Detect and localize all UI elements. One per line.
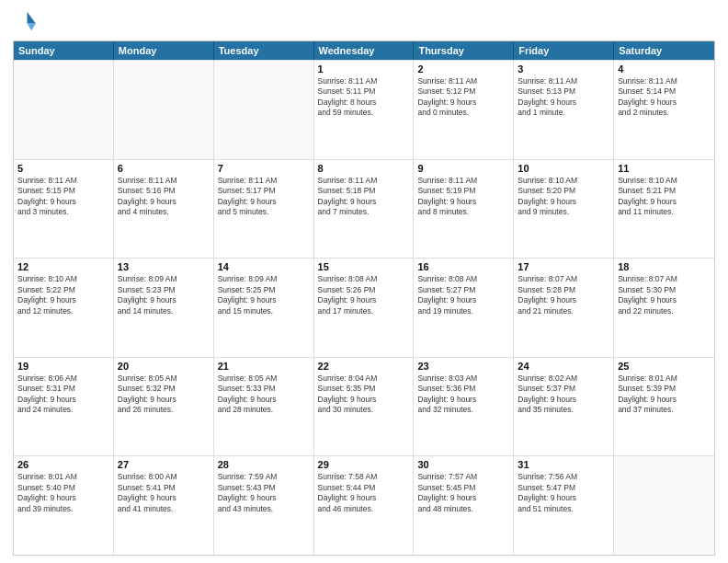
cell-text: Daylight: 9 hours xyxy=(218,395,310,405)
cell-text: Sunrise: 8:11 AM xyxy=(218,176,310,186)
calendar-row-3: 19Sunrise: 8:06 AMSunset: 5:31 PMDayligh… xyxy=(14,357,714,456)
day-number: 9 xyxy=(417,163,509,174)
cell-text: Daylight: 9 hours xyxy=(518,98,609,108)
cell-text: Sunset: 5:43 PM xyxy=(218,483,310,493)
cell-text: Daylight: 9 hours xyxy=(417,295,509,305)
cell-text: Sunrise: 8:09 AM xyxy=(118,274,210,284)
calendar-cell-r2-c0: 12Sunrise: 8:10 AMSunset: 5:22 PMDayligh… xyxy=(14,259,114,357)
calendar-cell-r0-c1 xyxy=(114,61,214,159)
cell-text: and 51 minutes. xyxy=(518,504,609,514)
day-number: 15 xyxy=(318,261,410,272)
cell-text: Daylight: 9 hours xyxy=(417,197,509,207)
cell-text: Sunrise: 8:11 AM xyxy=(518,76,609,86)
day-number: 4 xyxy=(618,63,711,75)
calendar-body: 1Sunrise: 8:11 AMSunset: 5:11 PMDaylight… xyxy=(14,60,714,555)
cell-text: Sunrise: 8:08 AM xyxy=(417,274,509,284)
day-number: 30 xyxy=(417,459,509,470)
cell-text: Sunrise: 8:08 AM xyxy=(318,274,410,284)
header xyxy=(13,9,715,35)
cell-text: Sunset: 5:20 PM xyxy=(518,186,609,196)
calendar-cell-r4-c4: 30Sunrise: 7:57 AMSunset: 5:45 PMDayligh… xyxy=(414,456,514,555)
calendar-cell-r4-c3: 29Sunrise: 7:58 AMSunset: 5:44 PMDayligh… xyxy=(314,456,415,555)
day-number: 26 xyxy=(17,459,109,470)
calendar-cell-r2-c2: 14Sunrise: 8:09 AMSunset: 5:25 PMDayligh… xyxy=(214,259,314,357)
cell-text: Daylight: 9 hours xyxy=(518,493,609,503)
cell-text: Sunset: 5:26 PM xyxy=(318,285,410,295)
cell-text: Sunrise: 8:11 AM xyxy=(417,76,509,86)
calendar-cell-r1-c4: 9Sunrise: 8:11 AMSunset: 5:19 PMDaylight… xyxy=(414,160,514,259)
header-cell-thursday: Thursday xyxy=(414,41,514,60)
cell-text: and 11 minutes. xyxy=(618,207,711,217)
day-number: 23 xyxy=(417,361,509,372)
cell-text: and 3 minutes. xyxy=(17,207,109,217)
header-cell-friday: Friday xyxy=(514,41,614,60)
calendar-row-4: 26Sunrise: 8:01 AMSunset: 5:40 PMDayligh… xyxy=(14,455,714,555)
header-cell-monday: Monday xyxy=(114,41,214,60)
cell-text: Sunset: 5:22 PM xyxy=(17,285,109,295)
cell-text: and 46 minutes. xyxy=(318,504,410,514)
day-number: 1 xyxy=(318,63,410,75)
cell-text: Sunset: 5:39 PM xyxy=(618,384,711,394)
cell-text: Sunrise: 8:11 AM xyxy=(17,176,109,186)
cell-text: Sunrise: 8:11 AM xyxy=(318,76,410,86)
cell-text: Daylight: 9 hours xyxy=(417,395,509,405)
day-number: 19 xyxy=(17,361,109,372)
day-number: 13 xyxy=(118,261,210,272)
header-cell-wednesday: Wednesday xyxy=(314,41,415,60)
cell-text: and 19 minutes. xyxy=(417,306,509,316)
cell-text: Daylight: 9 hours xyxy=(118,493,210,503)
cell-text: Sunrise: 8:05 AM xyxy=(118,373,210,384)
calendar-cell-r1-c1: 6Sunrise: 8:11 AMSunset: 5:16 PMDaylight… xyxy=(114,160,214,259)
day-number: 17 xyxy=(518,261,609,272)
day-number: 24 xyxy=(518,361,609,372)
calendar-cell-r4-c5: 31Sunrise: 7:56 AMSunset: 5:47 PMDayligh… xyxy=(514,456,614,555)
cell-text: Sunset: 5:31 PM xyxy=(17,384,109,394)
cell-text: Sunrise: 8:10 AM xyxy=(518,176,609,186)
cell-text: and 39 minutes. xyxy=(17,504,109,514)
calendar-cell-r1-c5: 10Sunrise: 8:10 AMSunset: 5:20 PMDayligh… xyxy=(514,160,614,259)
cell-text: Daylight: 9 hours xyxy=(17,395,109,405)
calendar-cell-r0-c2 xyxy=(214,61,314,159)
cell-text: and 12 minutes. xyxy=(17,306,109,316)
cell-text: Daylight: 9 hours xyxy=(17,295,109,305)
cell-text: and 28 minutes. xyxy=(218,405,310,415)
cell-text: and 8 minutes. xyxy=(417,207,509,217)
cell-text: Sunset: 5:40 PM xyxy=(17,483,109,493)
day-number: 16 xyxy=(417,261,509,272)
day-number: 31 xyxy=(518,459,609,470)
cell-text: and 5 minutes. xyxy=(218,207,310,217)
cell-text: Daylight: 9 hours xyxy=(417,493,509,503)
svg-marker-1 xyxy=(28,24,36,31)
day-number: 6 xyxy=(118,163,210,174)
cell-text: Sunset: 5:36 PM xyxy=(417,384,509,394)
cell-text: Daylight: 9 hours xyxy=(218,295,310,305)
cell-text: Daylight: 8 hours xyxy=(318,98,410,108)
day-number: 10 xyxy=(518,163,609,174)
cell-text: and 41 minutes. xyxy=(118,504,210,514)
cell-text: Sunset: 5:47 PM xyxy=(518,483,609,493)
calendar-cell-r0-c3: 1Sunrise: 8:11 AMSunset: 5:11 PMDaylight… xyxy=(314,61,415,159)
cell-text: Daylight: 9 hours xyxy=(618,395,711,405)
day-number: 12 xyxy=(17,261,109,272)
cell-text: Sunrise: 8:09 AM xyxy=(218,274,310,284)
calendar-cell-r0-c4: 2Sunrise: 8:11 AMSunset: 5:12 PMDaylight… xyxy=(414,61,514,159)
cell-text: Sunrise: 7:57 AM xyxy=(417,472,509,482)
cell-text: Sunrise: 8:10 AM xyxy=(17,274,109,284)
cell-text: Sunrise: 8:00 AM xyxy=(118,472,210,482)
day-number: 28 xyxy=(218,459,310,470)
cell-text: and 14 minutes. xyxy=(118,306,210,316)
cell-text: Sunrise: 8:03 AM xyxy=(417,373,509,384)
svg-marker-0 xyxy=(28,12,36,23)
calendar-cell-r3-c2: 21Sunrise: 8:05 AMSunset: 5:33 PMDayligh… xyxy=(214,358,314,456)
cell-text: Sunset: 5:32 PM xyxy=(118,384,210,394)
calendar-header: SundayMondayTuesdayWednesdayThursdayFrid… xyxy=(14,41,714,60)
calendar-cell-r3-c0: 19Sunrise: 8:06 AMSunset: 5:31 PMDayligh… xyxy=(14,358,114,456)
day-number: 20 xyxy=(118,361,210,372)
header-cell-tuesday: Tuesday xyxy=(214,41,314,60)
cell-text: Sunrise: 8:11 AM xyxy=(417,176,509,186)
cell-text: Daylight: 9 hours xyxy=(118,197,210,207)
cell-text: Sunset: 5:17 PM xyxy=(218,186,310,196)
cell-text: Sunrise: 8:07 AM xyxy=(518,274,609,284)
day-number: 2 xyxy=(417,63,509,75)
cell-text: and 15 minutes. xyxy=(218,306,310,316)
